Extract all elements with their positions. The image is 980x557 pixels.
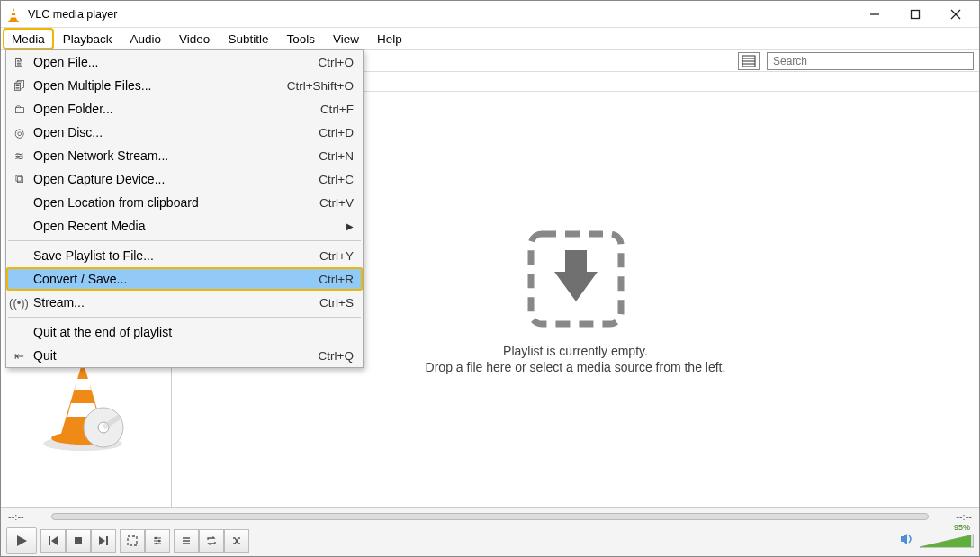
- svg-point-32: [158, 540, 161, 543]
- svg-rect-22: [49, 536, 50, 545]
- speaker-icon[interactable]: [900, 533, 914, 549]
- network-icon: ≋: [12, 148, 26, 163]
- svg-marker-21: [17, 535, 27, 546]
- svg-marker-0: [10, 7, 17, 21]
- menu-separator: [8, 240, 361, 241]
- menu-open-network[interactable]: ≋Open Network Stream...Ctrl+N: [6, 144, 363, 167]
- menu-help[interactable]: Help: [368, 28, 411, 49]
- menu-open-file[interactable]: 🗎Open File...Ctrl+O: [6, 50, 363, 74]
- svg-rect-1: [12, 11, 15, 13]
- view-toggle-button[interactable]: [738, 52, 760, 70]
- svg-point-31: [155, 537, 157, 540]
- svg-point-3: [8, 20, 19, 22]
- volume-area: 95%: [900, 533, 974, 549]
- menu-open-clipboard[interactable]: Open Location from clipboardCtrl+V: [6, 191, 363, 214]
- stop-button[interactable]: [66, 529, 91, 553]
- menu-quit[interactable]: ⇤QuitCtrl+Q: [6, 344, 363, 367]
- menu-playback[interactable]: Playback: [54, 28, 121, 49]
- time-elapsed: --:--: [8, 511, 44, 522]
- empty-line2: Drop a file here or select a media sourc…: [426, 360, 726, 374]
- previous-button[interactable]: [40, 529, 66, 553]
- svg-rect-2: [11, 15, 16, 18]
- player-controls: --:-- --:-- 95: [1, 507, 979, 556]
- menu-view[interactable]: View: [324, 28, 368, 49]
- quit-icon: ⇤: [12, 348, 26, 363]
- svg-point-33: [156, 543, 158, 545]
- seek-slider[interactable]: [51, 513, 929, 520]
- empty-line1: Playlist is currently empty.: [503, 344, 648, 358]
- vlc-cone-art: [33, 354, 132, 453]
- titlebar: VLC media player: [1, 1, 979, 28]
- svg-marker-10: [75, 379, 91, 390]
- menu-stream[interactable]: ((•))Stream...Ctrl+S: [6, 291, 363, 314]
- search-input[interactable]: [767, 52, 974, 70]
- svg-rect-5: [911, 10, 919, 18]
- media-dropdown: 🗎Open File...Ctrl+O 🗐Open Multiple Files…: [5, 49, 364, 368]
- menu-convert-save[interactable]: Convert / Save...Ctrl+R: [6, 267, 363, 291]
- menu-open-multiple[interactable]: 🗐Open Multiple Files...Ctrl+Shift+O: [6, 74, 363, 97]
- volume-percent: 95%: [954, 523, 970, 532]
- shuffle-button[interactable]: [224, 529, 249, 553]
- svg-marker-25: [99, 536, 105, 545]
- files-icon: 🗐: [12, 78, 26, 93]
- play-button[interactable]: [6, 527, 37, 554]
- close-button[interactable]: [935, 1, 976, 28]
- time-total: --:--: [936, 511, 972, 522]
- menu-open-capture[interactable]: ⧉Open Capture Device...Ctrl+C: [6, 167, 363, 191]
- playlist-button[interactable]: [174, 529, 199, 553]
- volume-slider[interactable]: 95%: [920, 533, 974, 549]
- svg-marker-37: [901, 534, 907, 544]
- menubar: Media Playback Audio Video Subtitle Tool…: [1, 28, 979, 49]
- menu-subtitle[interactable]: Subtitle: [219, 28, 277, 49]
- maximize-button[interactable]: [895, 1, 935, 28]
- menu-save-playlist[interactable]: Save Playlist to File...Ctrl+Y: [6, 244, 363, 267]
- next-button[interactable]: [91, 529, 116, 553]
- menu-open-folder[interactable]: 🗀Open Folder...Ctrl+F: [6, 97, 363, 121]
- vlc-icon: [4, 5, 22, 23]
- menu-separator: [8, 317, 361, 318]
- disc-icon: ◎: [12, 125, 26, 139]
- stream-icon: ((•)): [12, 295, 26, 310]
- menu-tools[interactable]: Tools: [277, 28, 324, 49]
- file-icon: 🗎: [12, 55, 26, 69]
- svg-rect-24: [75, 537, 82, 544]
- svg-rect-26: [106, 536, 108, 545]
- svg-rect-27: [128, 536, 137, 545]
- window-title: VLC media player: [28, 8, 854, 21]
- menu-open-disc[interactable]: ◎Open Disc...Ctrl+D: [6, 121, 363, 144]
- svg-marker-23: [51, 536, 58, 545]
- menu-open-recent[interactable]: Open Recent Media▶: [6, 214, 363, 238]
- extended-settings-button[interactable]: [145, 529, 170, 553]
- drop-arrow-icon: [522, 225, 630, 333]
- submenu-arrow-icon: ▶: [346, 221, 354, 231]
- menu-video[interactable]: Video: [170, 28, 219, 49]
- minimize-button[interactable]: [854, 1, 895, 28]
- menu-quit-end[interactable]: Quit at the end of playlist: [6, 320, 363, 344]
- loop-button[interactable]: [199, 529, 224, 553]
- capture-icon: ⧉: [12, 172, 26, 186]
- seek-row: --:-- --:--: [1, 508, 979, 526]
- menu-audio[interactable]: Audio: [121, 28, 171, 49]
- svg-marker-20: [554, 250, 598, 301]
- fullscreen-button[interactable]: [120, 529, 145, 553]
- folder-icon: 🗀: [12, 102, 26, 116]
- buttons-row: 95%: [1, 526, 979, 556]
- menu-media[interactable]: Media: [3, 28, 54, 49]
- window-controls: [854, 1, 976, 28]
